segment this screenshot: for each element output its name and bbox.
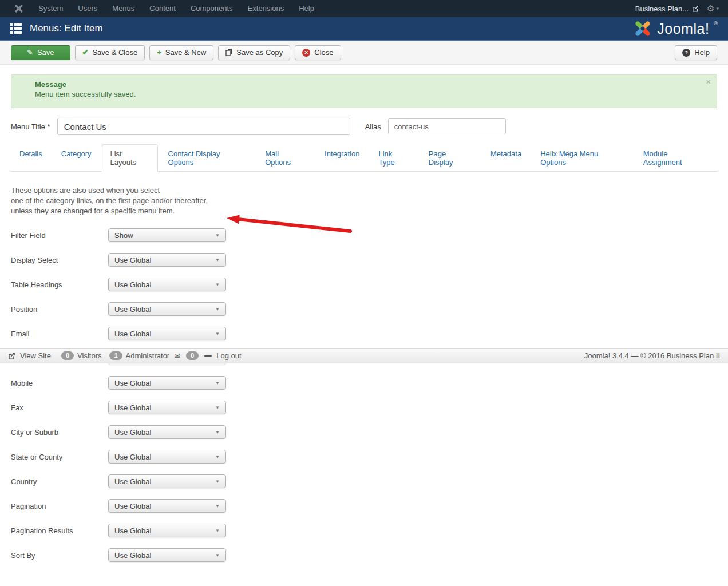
admin-top-bar: SystemUsersMenusContentComponentsExtensi… (0, 0, 728, 17)
topbar-menu-system[interactable]: System (31, 0, 70, 17)
pagination-select[interactable]: Use Global▼ (108, 499, 226, 513)
logout-link[interactable]: Log out (216, 351, 241, 360)
selected-value: Use Global (114, 256, 151, 264)
filter-field-label: Filter Field (11, 231, 108, 240)
city-or-suburb-select[interactable]: Use Global▼ (108, 425, 226, 439)
field-row-filter-field: Filter FieldShow▼ (11, 228, 717, 242)
close-button[interactable]: ✕Close (295, 45, 341, 60)
country-label: Country (11, 477, 108, 486)
caret-down-icon: ▼ (215, 331, 220, 336)
view-site-icon (8, 352, 15, 359)
save-as-copy-button[interactable]: Save as Copy (218, 45, 290, 60)
joomla-x-icon (14, 3, 24, 14)
caret-down-icon: ▼ (215, 282, 220, 287)
field-row-display-select: Display SelectUse Global▼ (11, 253, 717, 267)
field-row-email: EmailUse Global▼ (11, 327, 717, 340)
save-button[interactable]: ✎Save (11, 45, 70, 60)
topbar-menu-menus[interactable]: Menus (105, 0, 142, 17)
pagination-results-select[interactable]: Use Global▼ (108, 524, 226, 537)
help-button[interactable]: ? Help (675, 45, 717, 60)
caret-down-icon: ▼ (215, 454, 220, 460)
admin-menu-bar: SystemUsersMenusContentComponentsExtensi… (31, 0, 322, 17)
save-new-button[interactable]: +Save & New (149, 45, 213, 60)
fax-label: Fax (11, 403, 108, 412)
caret-down-icon: ▼ (215, 553, 220, 558)
tab-contact-display-options[interactable]: Contact Display Options (160, 144, 255, 172)
title-alias-row: Menu Title * Alias (11, 118, 717, 135)
chevron-down-icon: ▾ (716, 6, 719, 11)
site-name-label: Business Plan... (635, 5, 689, 13)
field-row-position: PositionUse Global▼ (11, 302, 717, 316)
administrator-link[interactable]: Administrator (126, 351, 170, 360)
help-icon: ? (682, 49, 690, 57)
display-select-select[interactable]: Use Global▼ (108, 253, 226, 267)
settings-menu[interactable]: ⚙ ▾ (707, 3, 719, 14)
selected-value: Use Global (114, 330, 151, 338)
email-label: Email (11, 330, 108, 338)
tab-list-layouts[interactable]: List Layouts (102, 144, 158, 172)
tab-helix-mega-menu-options[interactable]: Helix Mega Menu Options (532, 144, 633, 172)
menu-list-icon (10, 23, 22, 34)
joomla-logo: Joomla! ® (633, 19, 718, 38)
alias-label: Alias (365, 122, 381, 131)
tab-details[interactable]: Details (11, 144, 51, 172)
state-or-county-select[interactable]: Use Global▼ (108, 450, 226, 464)
registered-mark: ® (714, 21, 718, 26)
caret-down-icon: ▼ (215, 307, 220, 312)
pagination-results-label: Pagination Results (11, 526, 108, 535)
mobile-label: Mobile (11, 379, 108, 387)
tab-category[interactable]: Category (53, 144, 100, 172)
gear-icon: ⚙ (707, 3, 714, 14)
save-close-button[interactable]: ✔Save & Close (75, 45, 145, 60)
position-label: Position (11, 305, 108, 314)
sort-by-label: Sort By (11, 551, 108, 560)
filter-field-select[interactable]: Show▼ (108, 228, 226, 242)
version-copyright-text: Joomla! 3.4.4 — © 2016 Business Plan II (584, 351, 720, 360)
topbar-menu-help[interactable]: Help (291, 0, 322, 17)
email-select[interactable]: Use Global▼ (108, 327, 226, 340)
logout-icon (204, 355, 212, 357)
save-icon: ✎ (27, 49, 33, 56)
table-headings-select[interactable]: Use Global▼ (108, 278, 226, 291)
selected-value: Use Global (114, 526, 151, 535)
topbar-menu-content[interactable]: Content (142, 0, 183, 17)
page-header-bar: Menus: Edit Item Joomla! ® (0, 17, 728, 41)
visitors-label: Visitors (77, 351, 101, 360)
success-message-box: Message Menu item successfully saved. × (11, 74, 717, 108)
field-row-pagination: PaginationUse Global▼ (11, 499, 717, 513)
position-select[interactable]: Use Global▼ (108, 302, 226, 316)
field-row-city-or-suburb: City or SuburbUse Global▼ (11, 425, 717, 439)
page-title: Menus: Edit Item (30, 23, 103, 34)
tab-page-display[interactable]: Page Display (420, 144, 480, 172)
tab-integration[interactable]: Integration (316, 144, 368, 172)
description-line: one of the category links, on the first … (11, 196, 717, 206)
plus-icon: + (157, 49, 161, 56)
list-layouts-panel: These options are also used when you sel… (11, 185, 717, 562)
fax-select[interactable]: Use Global▼ (108, 401, 226, 414)
tab-metadata[interactable]: Metadata (482, 144, 530, 172)
selected-value: Show (114, 231, 133, 240)
alias-input[interactable] (388, 118, 506, 134)
country-select[interactable]: Use Global▼ (108, 474, 226, 488)
field-row-sort-by: Sort ByUse Global▼ (11, 548, 717, 562)
mobile-select[interactable]: Use Global▼ (108, 376, 226, 390)
messages-count-badge: 0 (186, 351, 199, 360)
selected-value: Use Global (114, 477, 151, 486)
close-icon[interactable]: × (706, 77, 711, 86)
message-body: Menu item successfully saved. (35, 90, 699, 98)
topbar-menu-users[interactable]: Users (70, 0, 105, 17)
field-row-country: CountryUse Global▼ (11, 474, 717, 488)
tab-link-type[interactable]: Link Type (370, 144, 418, 172)
sort-by-select[interactable]: Use Global▼ (108, 548, 226, 562)
tab-module-assignment[interactable]: Module Assignment (635, 144, 715, 172)
close-circle-icon: ✕ (302, 49, 310, 57)
tab-mail-options[interactable]: Mail Options (256, 144, 314, 172)
view-site-link[interactable]: View Site (20, 351, 51, 360)
topbar-menu-extensions[interactable]: Extensions (240, 0, 292, 17)
messages-icon: ✉ (174, 351, 180, 360)
edit-item-tabs: DetailsCategoryList LayoutsContact Displ… (11, 144, 717, 172)
site-preview-link[interactable]: Business Plan... (635, 5, 699, 13)
field-row-fax: FaxUse Global▼ (11, 401, 717, 414)
topbar-menu-components[interactable]: Components (183, 0, 240, 17)
menu-title-input[interactable] (57, 118, 350, 135)
